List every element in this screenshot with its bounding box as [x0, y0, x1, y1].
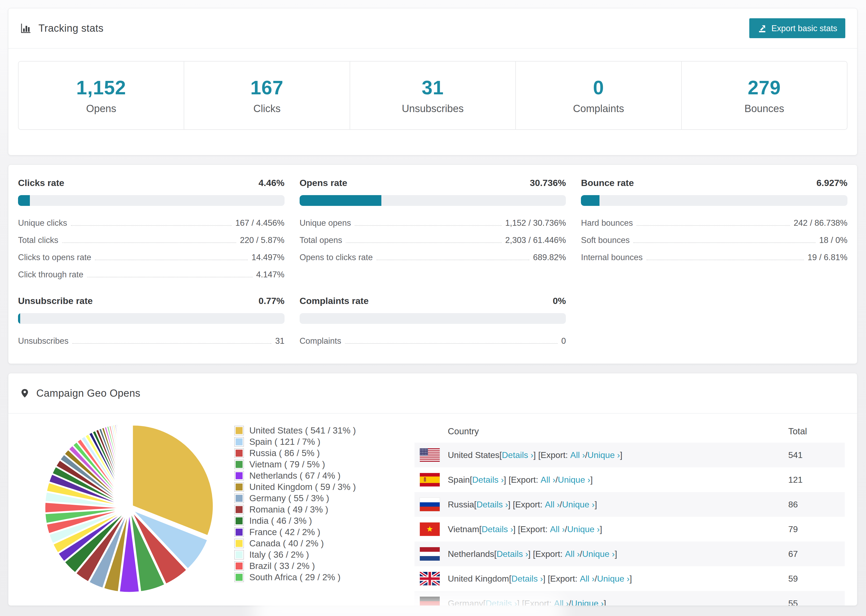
export-unique-link[interactable]: Unique ›	[558, 475, 590, 485]
details-link[interactable]: Details ›	[502, 450, 533, 460]
rate-clicks-rate: Clicks rate4.46%Unique clicks167 / 4.456…	[18, 178, 285, 283]
flag-nl-icon	[420, 547, 440, 561]
metric-row: Total clicks220 / 5.87%	[18, 232, 285, 249]
rate-name: Opens rate	[299, 178, 348, 188]
legend-swatch	[234, 527, 244, 537]
stat-cell-unsubscribes: 31Unsubscribes	[350, 61, 515, 129]
metric-value: 167 / 4.456%	[235, 218, 285, 228]
details-link[interactable]: Details ›	[482, 524, 513, 534]
geo-country-cell: Germany [Details ›] [Export: All › / Uni…	[420, 597, 788, 606]
export-all-link[interactable]: All ›	[554, 599, 569, 606]
bracket-text: ] [	[517, 599, 524, 606]
legend-item-italy[interactable]: Italy ( 36 / 2% )	[234, 549, 398, 560]
rates-grid: Clicks rate4.46%Unique clicks167 / 4.456…	[8, 165, 857, 350]
pie-slice-other[interactable]	[129, 423, 129, 504]
bracket-text: Export:	[540, 450, 570, 460]
legend-item-india[interactable]: India ( 46 / 3% )	[234, 515, 398, 526]
geo-table-row-de: Germany [Details ›] [Export: All › / Uni…	[414, 591, 845, 606]
export-all-link[interactable]: All ›	[570, 450, 585, 460]
export-all-link[interactable]: All ›	[580, 574, 595, 584]
export-unique-link[interactable]: Unique ›	[567, 524, 600, 534]
geo-table-row-gb: United Kingdom [Details ›] [Export: All …	[414, 566, 845, 591]
details-link[interactable]: Details ›	[477, 500, 508, 509]
export-basic-stats-button[interactable]: Export basic stats	[749, 18, 845, 38]
flag-us-icon	[420, 448, 440, 462]
legend-item-vietnam[interactable]: Vietnam ( 79 / 5% )	[234, 459, 398, 470]
metric-label: Internal bounces	[581, 253, 642, 262]
rate-value: 0%	[553, 295, 566, 306]
bracket-text: Export:	[524, 599, 554, 606]
geo-col-country: Country	[448, 426, 788, 437]
dotted-leader	[633, 242, 816, 243]
metric-row: Complaints0	[299, 332, 566, 350]
rate-unsubscribe-rate: Unsubscribe rate0.77%Unsubscribes31	[18, 295, 285, 350]
export-all-link[interactable]: All ›	[550, 524, 565, 534]
geo-table-row-nl: Netherlands [Details ›] [Export: All › /…	[414, 542, 845, 566]
stat-value: 0	[593, 77, 604, 99]
details-link[interactable]: Details ›	[472, 475, 504, 485]
details-link[interactable]: Details ›	[512, 574, 543, 584]
dotted-leader	[87, 277, 252, 277]
rate-header: Unsubscribe rate0.77%	[18, 295, 285, 306]
legend-item-south-africa[interactable]: South Africa ( 29 / 2% )	[234, 572, 398, 583]
legend-label: Italy ( 36 / 2% )	[249, 550, 309, 560]
legend-item-spain[interactable]: Spain ( 121 / 7% )	[234, 436, 398, 448]
rate-header: Opens rate30.736%	[299, 178, 566, 188]
geo-total-cell: 86	[788, 500, 845, 509]
geo-country-cell: Netherlands [Details ›] [Export: All › /…	[420, 547, 788, 561]
details-link[interactable]: Details ›	[485, 599, 517, 606]
bracket-text: ] [	[543, 574, 550, 584]
legend-swatch	[234, 437, 244, 447]
country-name: United States	[448, 450, 499, 460]
export-all-link[interactable]: All ›	[545, 500, 560, 509]
legend-item-russia[interactable]: Russia ( 86 / 5% )	[234, 448, 398, 459]
legend-label: Spain ( 121 / 7% )	[249, 437, 320, 447]
export-unique-link[interactable]: Unique ›	[587, 450, 620, 460]
export-unique-link[interactable]: Unique ›	[582, 549, 615, 559]
country-name: Russia	[448, 500, 474, 509]
metric-value: 4.147%	[256, 270, 285, 280]
legend-item-romania[interactable]: Romania ( 49 / 3% )	[234, 504, 398, 515]
bracket-text: ] [	[528, 549, 535, 559]
metric-value: 2,303 / 61.446%	[505, 236, 566, 245]
bracket-text: ]	[604, 599, 606, 606]
legend-item-united-kingdom[interactable]: United Kingdom ( 59 / 3% )	[234, 481, 398, 493]
export-all-link[interactable]: All ›	[565, 549, 580, 559]
legend-item-brazil[interactable]: Brazil ( 33 / 2% )	[234, 560, 398, 572]
legend-swatch	[234, 516, 244, 526]
bracket-text: /	[585, 450, 587, 460]
rate-metrics: Unsubscribes31	[18, 332, 285, 350]
bracket-text: Export:	[511, 475, 540, 485]
bracket-text: [	[509, 574, 512, 584]
export-unique-link[interactable]: Unique ›	[597, 574, 630, 584]
metric-row: Internal bounces19 / 6.81%	[581, 249, 847, 266]
rate-progress-bar	[18, 313, 285, 324]
map-pin-icon	[20, 388, 29, 399]
metric-row: Total opens2,303 / 61.446%	[299, 232, 566, 249]
legend-item-united-states[interactable]: United States ( 541 / 31% )	[234, 425, 398, 436]
country-name: Vietnam	[448, 524, 479, 534]
legend-swatch	[234, 550, 244, 559]
stat-label: Complaints	[573, 103, 624, 115]
legend-item-germany[interactable]: Germany ( 55 / 3% )	[234, 493, 398, 504]
export-unique-link[interactable]: Unique ›	[571, 599, 604, 606]
export-all-link[interactable]: All ›	[540, 475, 555, 485]
rate-value: 0.77%	[258, 295, 284, 306]
metric-row: Unique opens1,152 / 30.736%	[299, 214, 566, 232]
legend-item-canada[interactable]: Canada ( 40 / 2% )	[234, 538, 398, 549]
dotted-leader	[376, 259, 529, 260]
details-link[interactable]: Details ›	[496, 549, 528, 559]
rate-value: 6.927%	[817, 178, 847, 188]
legend-item-netherlands[interactable]: Netherlands ( 67 / 4% )	[234, 470, 398, 481]
metric-value: 19 / 6.81%	[808, 253, 847, 262]
export-unique-link[interactable]: Unique ›	[562, 500, 595, 509]
geo-table-row-us: United States [Details ›] [Export: All ›…	[414, 443, 845, 467]
legend-swatch	[234, 426, 244, 435]
geo-content: United States ( 541 / 31% )Spain ( 121 /…	[8, 413, 857, 606]
metric-row: Clicks to opens rate14.497%	[18, 249, 285, 266]
legend-item-france[interactable]: France ( 42 / 2% )	[234, 526, 398, 538]
metric-row: Unsubscribes31	[18, 332, 285, 350]
tracking-stats-title: Tracking stats	[38, 23, 104, 34]
legend-swatch	[234, 448, 244, 458]
rates-card: Clicks rate4.46%Unique clicks167 / 4.456…	[8, 165, 857, 364]
